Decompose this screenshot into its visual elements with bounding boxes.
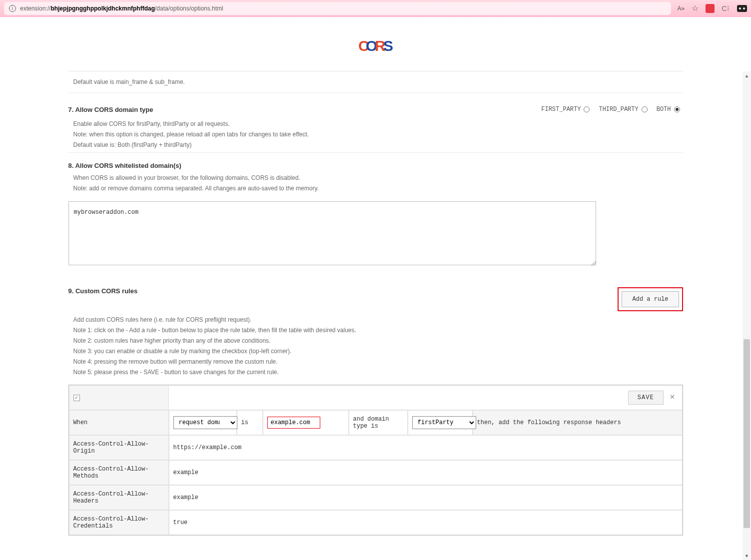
header-value[interactable]: true xyxy=(169,510,683,535)
note-line: Add custom CORS rules here (i.e. rule fo… xyxy=(73,316,683,323)
url-text: extension://bhjepjpgngghppolkjdhckmnfphf… xyxy=(20,5,223,12)
note-line: Note 4: pressing the remove button will … xyxy=(73,358,683,365)
extension-icon[interactable] xyxy=(706,4,715,13)
when-label: When xyxy=(69,410,169,435)
note-line: When CORS is allowed in your browser, fo… xyxy=(73,174,683,181)
option-7: 7. Allow CORS domain type FIRST_PARTY TH… xyxy=(68,106,683,148)
rule-enable-cell xyxy=(69,385,169,410)
rule-domain-input[interactable] xyxy=(267,417,320,429)
domain-type-select[interactable]: firstParty xyxy=(412,416,476,429)
profile-icon[interactable] xyxy=(737,5,747,12)
custom-rule-table: SAVE ✕ When request domain is xyxy=(68,385,683,536)
radio-label: BOTH xyxy=(657,106,671,113)
table-row: Access-Control-Allow-Credentials true xyxy=(69,510,683,535)
radio-label: FIRST_PARTY xyxy=(541,106,581,113)
radio-both[interactable]: BOTH xyxy=(657,106,680,113)
domain-type-radios: FIRST_PARTY THIRD_PARTY BOTH xyxy=(541,106,680,113)
header-label: Access-Control-Allow-Credentials xyxy=(69,510,169,535)
remove-rule-button[interactable]: ✕ xyxy=(667,393,678,402)
note-line: Enable allow CORS for firstParty, thirdP… xyxy=(73,120,683,127)
note-line: Note 3: you can enable or disable a rule… xyxy=(73,348,683,355)
save-button[interactable]: SAVE xyxy=(628,391,664,405)
scroll-up-icon[interactable]: ▲ xyxy=(743,71,751,80)
add-rule-button[interactable]: Add a rule xyxy=(622,291,679,307)
scroll-down-icon[interactable]: ▼ xyxy=(743,552,751,560)
cors-logo: C O R S xyxy=(358,21,393,71)
address-field[interactable]: i extension://bhjepjpgngghppolkjdhckmnfp… xyxy=(4,2,671,15)
domain-type-cell: firstParty xyxy=(408,410,473,435)
scroll-thumb[interactable] xyxy=(744,339,750,528)
collections-icon[interactable]: C⁝ xyxy=(722,4,730,13)
radio-icon xyxy=(674,106,680,112)
option-8: 8. Allow CORS whitelisted domain(s) When… xyxy=(68,162,683,267)
header-label: Access-Control-Allow-Headers xyxy=(69,485,169,510)
header-label: Access-Control-Allow-Origin xyxy=(69,435,169,460)
option-7-title: 7. Allow CORS domain type xyxy=(68,106,153,113)
site-info-icon[interactable]: i xyxy=(9,5,16,12)
favorites-icon[interactable]: ☆ xyxy=(692,3,699,13)
option-7-notes: Enable allow CORS for firstParty, thirdP… xyxy=(68,120,683,148)
option-9: 9. Custom CORS rules Add a rule Add cust… xyxy=(68,287,683,536)
reader-mode-icon[interactable]: A» xyxy=(677,5,685,12)
then-label: then, add the following response headers xyxy=(473,410,683,435)
note-line: Note 5: please press the - SAVE - button… xyxy=(73,369,683,376)
whitelist-domains-textarea[interactable] xyxy=(68,201,596,265)
page-body: C O R S Default value is main_frame & su… xyxy=(0,17,751,560)
note-line: Note: when this option is changed, pleas… xyxy=(73,131,683,138)
request-domain-cell: request domain xyxy=(169,410,237,435)
add-rule-highlight: Add a rule xyxy=(618,287,683,311)
domain-input-cell xyxy=(263,410,349,435)
radio-label: THIRD_PARTY xyxy=(599,106,638,113)
scroll-track[interactable] xyxy=(743,80,751,552)
vertical-scrollbar[interactable]: ▲ ▼ xyxy=(743,71,751,560)
table-row: Access-Control-Allow-Origin https://exam… xyxy=(69,435,683,460)
table-row: Access-Control-Allow-Headers example xyxy=(69,485,683,510)
browser-address-bar: i extension://bhjepjpgngghppolkjdhckmnfp… xyxy=(0,0,751,17)
radio-third-party[interactable]: THIRD_PARTY xyxy=(599,106,647,113)
header-value[interactable]: https://example.com xyxy=(169,435,683,460)
radio-icon xyxy=(642,106,648,112)
note-line: Note 1: click on the - Add a rule - butt… xyxy=(73,327,683,334)
note-line: Default value is: Both (firstParty + thi… xyxy=(73,141,683,148)
radio-first-party[interactable]: FIRST_PARTY xyxy=(541,106,590,113)
radio-icon xyxy=(584,106,590,112)
table-row: Access-Control-Allow-Methods example xyxy=(69,460,683,485)
svg-text:S: S xyxy=(383,37,393,54)
note-line: Note 2: custom rules have higher priorit… xyxy=(73,337,683,344)
header-value[interactable]: example xyxy=(169,460,683,485)
request-domain-select[interactable]: request domain xyxy=(173,416,237,429)
prior-default-note: Default value is main_frame & sub_frame. xyxy=(73,78,683,85)
is-label: is xyxy=(237,410,263,435)
divider xyxy=(68,92,683,93)
divider xyxy=(68,152,683,153)
and-domain-type-label: and domain type is xyxy=(349,410,408,435)
toolbar-icons: A» ☆ C⁝ xyxy=(677,3,747,13)
options-panel: Default value is main_frame & sub_frame.… xyxy=(68,71,683,560)
header-value[interactable]: example xyxy=(169,485,683,510)
option-8-title: 8. Allow CORS whitelisted domain(s) xyxy=(68,162,181,169)
note-line: Note: add or remove domains comma separa… xyxy=(73,185,683,192)
option-9-title: 9. Custom CORS rules xyxy=(68,287,138,295)
rule-enable-checkbox[interactable] xyxy=(73,395,80,401)
header-label: Access-Control-Allow-Methods xyxy=(69,460,169,485)
